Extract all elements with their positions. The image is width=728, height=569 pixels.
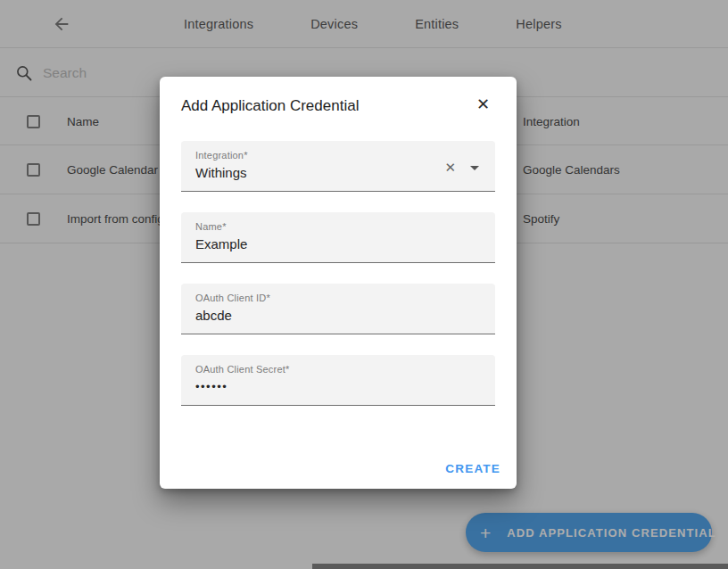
field-label: OAuth Client Secret*: [195, 364, 481, 375]
field-value: abcde: [195, 308, 481, 324]
add-application-credential-dialog: Add Application Credential ✕ Integration…: [160, 77, 517, 489]
oauth-client-id-field[interactable]: OAuth Client ID* abcde: [181, 284, 495, 334]
dialog-form: Integration* Withings ✕ Name* Example OA…: [181, 141, 495, 426]
integration-combobox[interactable]: Integration* Withings ✕: [181, 141, 495, 192]
create-button[interactable]: CREATE: [445, 462, 500, 475]
field-label: Name*: [195, 221, 481, 233]
field-value: Example: [195, 236, 481, 252]
field-value-masked: ••••••: [195, 379, 481, 395]
clear-icon[interactable]: ✕: [444, 161, 456, 174]
dropdown-caret-icon[interactable]: [470, 166, 479, 170]
field-label: Integration*: [195, 150, 481, 161]
dialog-title: Add Application Credential: [181, 97, 359, 115]
name-field[interactable]: Name* Example: [181, 212, 495, 263]
field-label: OAuth Client ID*: [195, 293, 481, 304]
oauth-client-secret-field[interactable]: OAuth Client Secret* ••••••: [181, 355, 495, 406]
close-icon[interactable]: ✕: [475, 95, 492, 114]
field-value: Withings: [195, 165, 481, 181]
